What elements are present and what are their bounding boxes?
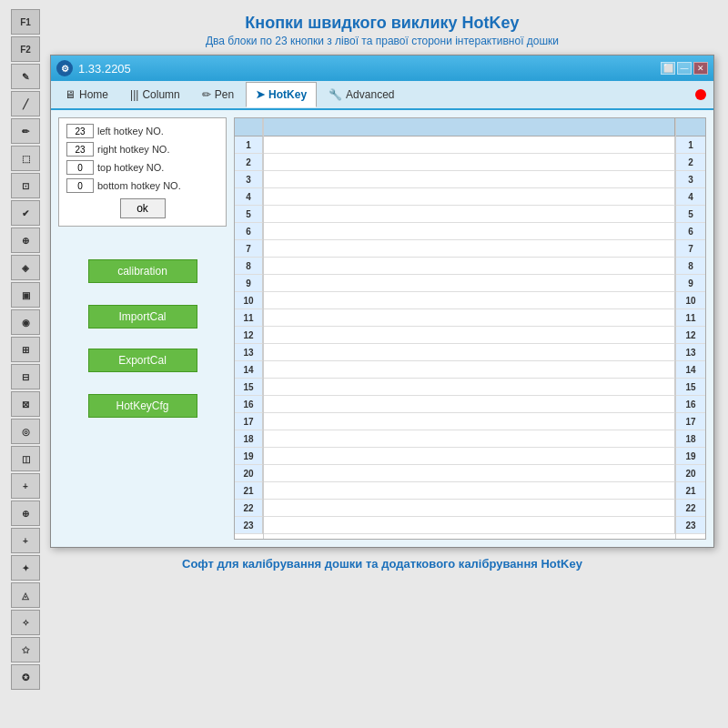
grid-row-middle-17[interactable] bbox=[264, 413, 675, 430]
grid-row-middle-4[interactable] bbox=[264, 188, 675, 206]
grid-row-middle-10[interactable] bbox=[264, 292, 675, 309]
top-hotkey-label: top hotkey NO. bbox=[97, 162, 164, 173]
grid-row-middle-16[interactable] bbox=[264, 396, 675, 413]
grid-row-middle-7[interactable] bbox=[264, 240, 675, 258]
grid-row-left-16: 16 bbox=[235, 396, 263, 413]
export-cal-button[interactable]: ExportCal bbox=[88, 349, 197, 372]
tab-column[interactable]: ||| Column bbox=[120, 82, 190, 107]
grid-row-middle-3[interactable] bbox=[264, 171, 675, 188]
app-version: 1.33.2205 bbox=[78, 62, 131, 76]
tab-advanced-label: Advanced bbox=[346, 88, 394, 101]
toolbar-btn-10[interactable]: ◉ bbox=[11, 309, 40, 335]
toolbar-btn-13[interactable]: ⊠ bbox=[11, 391, 40, 417]
toolbar-btn-9[interactable]: ▣ bbox=[11, 282, 40, 308]
import-cal-button[interactable]: ImportCal bbox=[88, 305, 197, 329]
toolbar-btn-18[interactable]: + bbox=[11, 528, 40, 553]
grid-row-right-19: 19 bbox=[676, 448, 705, 465]
top-hotkey-row: top hotkey NO. bbox=[66, 160, 218, 175]
app-icon: ⚙ bbox=[56, 60, 73, 76]
tab-hotkey[interactable]: ➤ HotKey bbox=[246, 82, 317, 107]
tab-pen[interactable]: ✏ Pen bbox=[192, 82, 244, 107]
f2-button[interactable]: F2 bbox=[11, 36, 40, 62]
toolbar-btn-23[interactable]: ✪ bbox=[11, 664, 40, 690]
grid-row-right-4: 4 bbox=[676, 188, 705, 206]
toolbar-btn-2[interactable]: ╱ bbox=[11, 91, 40, 116]
tab-home-label: Home bbox=[79, 88, 108, 101]
config-box: left hotkey NO. right hotkey NO. top hot… bbox=[58, 117, 227, 227]
grid-row-left-22: 22 bbox=[235, 500, 263, 517]
grid-row-middle-6[interactable] bbox=[264, 223, 675, 240]
grid-row-middle-13[interactable] bbox=[264, 344, 675, 361]
grid-row-middle-8[interactable] bbox=[264, 258, 675, 275]
tab-pen-label: Pen bbox=[215, 88, 234, 101]
restore-button[interactable]: ⬜ bbox=[661, 62, 675, 75]
toolbar-btn-14[interactable]: ◎ bbox=[11, 419, 40, 444]
grid-row-right-9: 9 bbox=[676, 275, 705, 292]
grid-row-middle-18[interactable] bbox=[264, 430, 675, 448]
ok-button[interactable]: ok bbox=[120, 198, 166, 218]
page-subtitle: Два блоки по 23 кнопки з лівої та правої… bbox=[206, 35, 559, 47]
grid-row-middle-21[interactable] bbox=[264, 482, 675, 500]
grid-row-right-8: 8 bbox=[676, 258, 705, 275]
grid-row-left-21: 21 bbox=[235, 482, 263, 500]
toolbar-btn-1[interactable]: ✎ bbox=[11, 64, 40, 89]
toolbar-btn-20[interactable]: ◬ bbox=[11, 582, 40, 608]
column-icon: ||| bbox=[130, 88, 138, 101]
calibration-button[interactable]: calibration bbox=[88, 259, 197, 283]
left-hotkey-input[interactable] bbox=[66, 124, 94, 138]
grid-row-left-15: 15 bbox=[235, 379, 263, 396]
grid-row-middle-1[interactable] bbox=[264, 136, 675, 154]
grid-row-middle-20[interactable] bbox=[264, 465, 675, 482]
grid-row-right-18: 18 bbox=[676, 430, 705, 448]
window-body: left hotkey NO. right hotkey NO. top hot… bbox=[51, 110, 713, 547]
toolbar-btn-5[interactable]: ⊡ bbox=[11, 173, 40, 198]
grid-row-left-19: 19 bbox=[235, 448, 263, 465]
toolbar-btn-12[interactable]: ⊟ bbox=[11, 364, 40, 389]
toolbar-btn-21[interactable]: ✧ bbox=[11, 610, 40, 635]
grid-row-middle-11[interactable] bbox=[264, 309, 675, 327]
top-hotkey-input[interactable] bbox=[66, 160, 94, 175]
grid-row-middle-23[interactable] bbox=[264, 517, 675, 534]
close-button[interactable]: ✕ bbox=[693, 62, 708, 75]
toolbar-btn-8[interactable]: ◈ bbox=[11, 255, 40, 280]
toolbar-btn-4[interactable]: ⬚ bbox=[11, 146, 40, 171]
right-hotkey-input[interactable] bbox=[66, 142, 94, 157]
left-hotkey-label: left hotkey NO. bbox=[97, 126, 164, 136]
grid-row-middle-5[interactable] bbox=[264, 206, 675, 223]
toolbar-btn-7[interactable]: ⊕ bbox=[11, 228, 40, 253]
grid-row-middle-22[interactable] bbox=[264, 500, 675, 517]
grid-row-right-20: 20 bbox=[676, 465, 705, 482]
grid-row-left-18: 18 bbox=[235, 430, 263, 448]
hotkey-cfg-button[interactable]: HotKeyCfg bbox=[88, 394, 197, 418]
minimize-button[interactable]: — bbox=[677, 62, 692, 75]
toolbar-btn-3[interactable]: ✏ bbox=[11, 118, 40, 144]
grid-row-middle-19[interactable] bbox=[264, 448, 675, 465]
toolbar-btn-17[interactable]: ⊕ bbox=[11, 500, 40, 526]
tab-home[interactable]: 🖥 Home bbox=[55, 82, 118, 107]
toolbar-btn-19[interactable]: ✦ bbox=[11, 555, 40, 581]
tab-advanced[interactable]: 🔧 Advanced bbox=[318, 82, 404, 107]
bottom-hotkey-row: bottom hotkey NO. bbox=[66, 178, 218, 193]
grid-row-middle-2[interactable] bbox=[264, 154, 675, 171]
bottom-hotkey-input[interactable] bbox=[66, 178, 94, 193]
grid-row-left-1: 1 bbox=[235, 136, 263, 154]
toolbar-btn-6[interactable]: ✔ bbox=[11, 200, 40, 226]
grid-row-middle-15[interactable] bbox=[264, 379, 675, 396]
grid-row-middle-9[interactable] bbox=[264, 275, 675, 292]
grid-row-middle-12[interactable] bbox=[264, 327, 675, 344]
hotkey-icon: ➤ bbox=[256, 88, 265, 101]
pen-icon: ✏ bbox=[202, 88, 211, 101]
grid-row-left-13: 13 bbox=[235, 344, 263, 361]
tab-bar: 🖥 Home ||| Column ✏ Pen ➤ HotKey 🔧 Advan… bbox=[51, 81, 713, 110]
advanced-icon: 🔧 bbox=[329, 88, 342, 101]
toolbar-btn-16[interactable]: + bbox=[11, 473, 40, 499]
grid-row-left-2: 2 bbox=[235, 154, 263, 171]
f1-button[interactable]: F1 bbox=[11, 9, 40, 35]
app-window: ⚙ 1.33.2205 ⬜ — ✕ 🖥 Home ||| Column ✏ Pe… bbox=[50, 55, 714, 548]
toolbar-btn-15[interactable]: ◫ bbox=[11, 446, 40, 471]
toolbar-btn-22[interactable]: ✩ bbox=[11, 637, 40, 662]
grid-row-middle-14[interactable] bbox=[264, 361, 675, 379]
toolbar-btn-11[interactable]: ⊞ bbox=[11, 337, 40, 362]
grid-row-right-11: 11 bbox=[676, 309, 705, 327]
grid-row-left-14: 14 bbox=[235, 361, 263, 379]
